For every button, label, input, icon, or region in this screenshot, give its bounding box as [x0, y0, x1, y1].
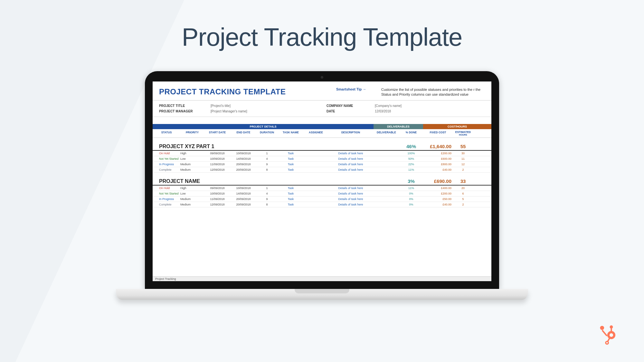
cell-start[interactable]: 11/09/2018	[204, 197, 231, 201]
cell-end[interactable]: 10/09/2018	[231, 152, 256, 155]
cell-hours[interactable]: 2	[453, 168, 473, 171]
cell-assignee[interactable]	[304, 192, 328, 195]
cell-assignee[interactable]	[304, 157, 328, 160]
cell-assignee[interactable]	[304, 168, 328, 171]
cell-end[interactable]: 20/09/2018	[231, 163, 256, 166]
cell-hours[interactable]: 30	[453, 152, 473, 155]
cell-priority[interactable]: High	[180, 186, 204, 190]
cell-status[interactable]: In Progress	[153, 163, 180, 166]
cell-task[interactable]: Task	[278, 192, 304, 195]
cell-desc[interactable]: Details of task here	[328, 186, 374, 190]
cell-desc[interactable]: Details of task here	[328, 163, 374, 166]
cell-priority[interactable]: Medium	[180, 163, 204, 166]
cell-desc[interactable]: Details of task here	[328, 192, 374, 195]
cell-duration[interactable]: 1	[256, 152, 278, 155]
meta-company-value[interactable]: [Company's name]	[375, 104, 402, 108]
cell-done[interactable]: 22%	[399, 163, 423, 166]
cell-task[interactable]: Task	[278, 203, 304, 206]
cell-fixed[interactable]: £200.00	[423, 192, 453, 195]
cell-assignee[interactable]	[304, 186, 328, 190]
cell-fixed[interactable]: £800.00	[423, 163, 453, 166]
cell-fixed[interactable]: £40.00	[423, 203, 453, 206]
cell-done[interactable]: 0%	[399, 192, 423, 195]
cell-hours[interactable]: 12	[453, 163, 473, 166]
cell-hours[interactable]: 2	[453, 203, 473, 206]
cell-desc[interactable]: Details of task here	[328, 152, 374, 155]
cell-priority[interactable]: Medium	[180, 197, 204, 201]
cell-end[interactable]: 20/09/2018	[231, 197, 256, 201]
cell-status[interactable]: On Hold	[153, 186, 180, 190]
cell-assignee[interactable]	[304, 163, 328, 166]
cell-task[interactable]: Task	[278, 157, 304, 160]
cell-done[interactable]: 100%	[399, 152, 423, 155]
table-row[interactable]: CompleteMedium12/09/201820/09/20188TaskD…	[153, 167, 491, 173]
table-row[interactable]: In ProgressMedium11/09/201820/09/20189Ta…	[153, 162, 491, 167]
table-row[interactable]: On HoldHigh09/09/201810/09/20181TaskDeta…	[153, 186, 491, 191]
cell-duration[interactable]: 8	[256, 203, 278, 206]
cell-assignee[interactable]	[304, 197, 328, 201]
cell-done[interactable]: 11%	[399, 186, 423, 190]
cell-start[interactable]: 10/09/2018	[204, 192, 231, 195]
table-row[interactable]: Not Yet StartedLow10/09/201814/09/20184T…	[153, 191, 491, 196]
cell-deliverable[interactable]	[374, 197, 399, 201]
cell-assignee[interactable]	[304, 152, 328, 155]
cell-start[interactable]: 10/09/2018	[204, 157, 231, 160]
cell-status[interactable]: Complete	[153, 203, 180, 206]
cell-desc[interactable]: Details of task here	[328, 168, 374, 171]
cell-task[interactable]: Task	[278, 168, 304, 171]
sheet-tab[interactable]: Project Tracking	[153, 276, 491, 281]
cell-deliverable[interactable]	[374, 192, 399, 195]
cell-desc[interactable]: Details of task here	[328, 157, 374, 160]
cell-status[interactable]: Not Yet Started	[153, 157, 180, 160]
cell-duration[interactable]: 4	[256, 157, 278, 160]
cell-desc[interactable]: Details of task here	[328, 203, 374, 206]
meta-date-value[interactable]: 12/03/2018	[375, 110, 391, 113]
cell-deliverable[interactable]	[374, 186, 399, 190]
cell-end[interactable]: 14/09/2018	[231, 192, 256, 195]
cell-duration[interactable]: 8	[256, 168, 278, 171]
cell-priority[interactable]: Medium	[180, 168, 204, 171]
cell-deliverable[interactable]	[374, 152, 399, 155]
cell-duration[interactable]: 1	[256, 186, 278, 190]
cell-desc[interactable]: Details of task here	[328, 197, 374, 201]
cell-done[interactable]: 0%	[399, 197, 423, 201]
cell-done[interactable]: 11%	[399, 168, 423, 171]
cell-end[interactable]: 14/09/2018	[231, 157, 256, 160]
cell-status[interactable]: Complete	[153, 168, 180, 171]
cell-task[interactable]: Task	[278, 152, 304, 155]
table-row[interactable]: CompleteMedium12/09/201820/09/20188TaskD…	[153, 202, 491, 207]
cell-deliverable[interactable]	[374, 203, 399, 206]
cell-priority[interactable]: High	[180, 152, 204, 155]
meta-pm-value[interactable]: [Project Manager's name]	[211, 110, 327, 113]
cell-deliverable[interactable]	[374, 168, 399, 171]
cell-hours[interactable]: 20	[453, 186, 473, 190]
cell-fixed[interactable]: £50.00	[423, 197, 453, 201]
cell-priority[interactable]: Low	[180, 192, 204, 195]
cell-deliverable[interactable]	[374, 163, 399, 166]
cell-done[interactable]: 50%	[399, 157, 423, 160]
cell-task[interactable]: Task	[278, 197, 304, 201]
cell-status[interactable]: On Hold	[153, 152, 180, 155]
cell-duration[interactable]: 4	[256, 192, 278, 195]
cell-start[interactable]: 09/09/2018	[204, 152, 231, 155]
cell-status[interactable]: In Progress	[153, 197, 180, 201]
cell-deliverable[interactable]	[374, 157, 399, 160]
cell-hours[interactable]: 6	[453, 192, 473, 195]
cell-start[interactable]: 12/09/2018	[204, 168, 231, 171]
cell-assignee[interactable]	[304, 203, 328, 206]
cell-priority[interactable]: Low	[180, 157, 204, 160]
cell-start[interactable]: 12/09/2018	[204, 203, 231, 206]
cell-start[interactable]: 11/09/2018	[204, 163, 231, 166]
cell-fixed[interactable]: £600.00	[423, 157, 453, 160]
cell-fixed[interactable]: £200.00	[423, 152, 453, 155]
cell-task[interactable]: Task	[278, 163, 304, 166]
cell-done[interactable]: 0%	[399, 203, 423, 206]
cell-task[interactable]: Task	[278, 186, 304, 190]
cell-duration[interactable]: 9	[256, 197, 278, 201]
cell-fixed[interactable]: £400.00	[423, 186, 453, 190]
cell-fixed[interactable]: £40.00	[423, 168, 453, 171]
cell-status[interactable]: Not Yet Started	[153, 192, 180, 195]
meta-project-title-value[interactable]: [Project's title]	[211, 104, 327, 108]
cell-start[interactable]: 09/09/2018	[204, 186, 231, 190]
table-row[interactable]: In ProgressMedium11/09/201820/09/20189Ta…	[153, 196, 491, 202]
